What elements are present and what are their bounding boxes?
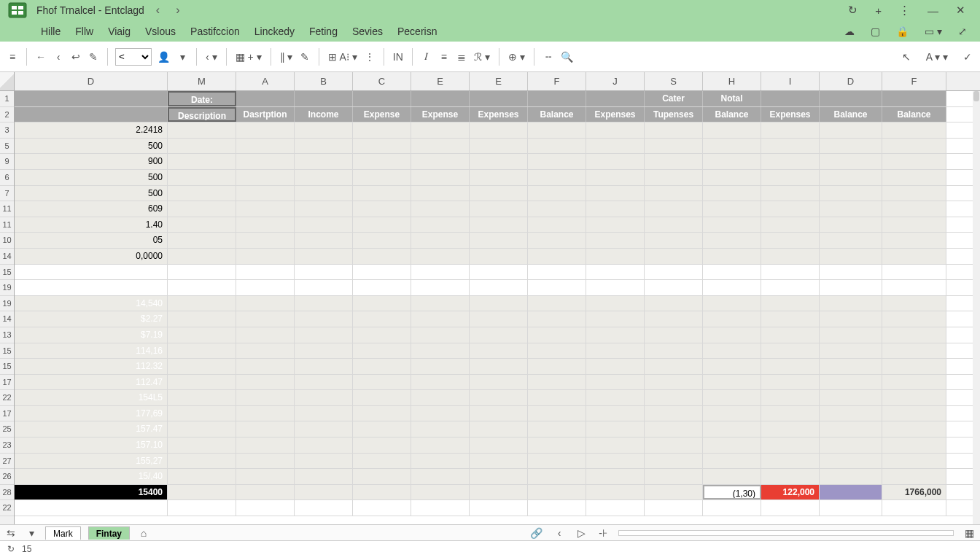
cell[interactable] bbox=[882, 500, 946, 516]
row-header[interactable]: 15 bbox=[0, 359, 14, 375]
cell[interactable] bbox=[882, 296, 946, 311]
cell[interactable]: 112.47 bbox=[15, 375, 168, 390]
cell[interactable] bbox=[470, 485, 528, 500]
cell[interactable] bbox=[353, 421, 411, 437]
cell[interactable] bbox=[411, 406, 470, 421]
cell[interactable] bbox=[820, 454, 882, 469]
cell[interactable] bbox=[411, 296, 470, 311]
cell[interactable] bbox=[761, 343, 820, 359]
edit-icon[interactable]: ✎ bbox=[298, 47, 311, 66]
link-icon[interactable]: 🔗 bbox=[529, 524, 544, 542]
dropdown-icon[interactable]: ▾ bbox=[176, 47, 189, 66]
row-header[interactable]: 3 bbox=[0, 122, 14, 139]
cell[interactable] bbox=[168, 343, 236, 359]
cell[interactable] bbox=[353, 201, 411, 217]
cell[interactable] bbox=[168, 421, 236, 437]
cell[interactable] bbox=[470, 233, 528, 248]
cell[interactable] bbox=[528, 406, 586, 421]
sheet-tab[interactable]: Mark bbox=[45, 526, 81, 540]
cell[interactable] bbox=[820, 233, 882, 248]
cell[interactable] bbox=[168, 454, 236, 469]
cell[interactable] bbox=[820, 438, 882, 453]
cell[interactable] bbox=[353, 186, 411, 201]
cell[interactable] bbox=[882, 406, 946, 421]
cell[interactable] bbox=[295, 406, 353, 421]
cell[interactable]: 1766,000 bbox=[882, 485, 946, 500]
cell[interactable] bbox=[820, 500, 882, 516]
cell[interactable] bbox=[761, 375, 820, 390]
cell[interactable] bbox=[882, 311, 946, 327]
cell[interactable]: 15/,40 bbox=[15, 469, 168, 484]
cell[interactable] bbox=[761, 500, 820, 516]
cell[interactable] bbox=[703, 469, 761, 484]
cell[interactable] bbox=[882, 233, 946, 248]
cell[interactable] bbox=[295, 170, 353, 185]
cell[interactable] bbox=[645, 249, 703, 264]
cell[interactable] bbox=[820, 390, 882, 405]
cell[interactable] bbox=[645, 421, 703, 437]
cell[interactable] bbox=[411, 359, 470, 374]
font-color-icon[interactable]: A ▾ ▾ bbox=[925, 47, 949, 66]
cell[interactable] bbox=[470, 406, 528, 421]
plus-icon[interactable]: + bbox=[875, 4, 882, 17]
cell[interactable] bbox=[295, 454, 353, 469]
cell[interactable] bbox=[411, 280, 470, 295]
cell[interactable] bbox=[295, 217, 353, 233]
cell[interactable]: $7.19 bbox=[15, 327, 168, 343]
cell[interactable] bbox=[236, 296, 295, 311]
cell[interactable] bbox=[820, 343, 882, 359]
cell[interactable] bbox=[236, 249, 295, 264]
cell[interactable]: 122,000 bbox=[761, 485, 820, 500]
cell[interactable] bbox=[411, 122, 470, 138]
cell[interactable] bbox=[353, 454, 411, 469]
cell[interactable] bbox=[236, 280, 295, 295]
cell[interactable] bbox=[586, 154, 645, 169]
cell[interactable]: 0,0000 bbox=[15, 249, 168, 264]
cell[interactable]: Tupenses bbox=[645, 107, 703, 122]
cell[interactable] bbox=[168, 375, 236, 390]
cell[interactable] bbox=[645, 359, 703, 374]
row-header[interactable]: 17 bbox=[0, 406, 14, 422]
cell[interactable]: Cater bbox=[645, 91, 703, 106]
cell[interactable] bbox=[882, 170, 946, 185]
cell[interactable] bbox=[168, 217, 236, 233]
cell[interactable] bbox=[353, 485, 411, 500]
cell[interactable] bbox=[645, 217, 703, 233]
cell[interactable] bbox=[353, 280, 411, 295]
cell[interactable] bbox=[295, 500, 353, 516]
cell[interactable]: 157.47 bbox=[15, 421, 168, 437]
prev-icon[interactable]: ‹ bbox=[553, 524, 566, 542]
cell[interactable] bbox=[295, 438, 353, 453]
cell[interactable] bbox=[882, 139, 946, 154]
cell[interactable] bbox=[882, 421, 946, 437]
cell[interactable] bbox=[645, 170, 703, 185]
cell[interactable] bbox=[470, 311, 528, 327]
cell[interactable] bbox=[703, 438, 761, 453]
cell[interactable] bbox=[470, 154, 528, 169]
menu-item[interactable]: Pastifccion bbox=[190, 26, 240, 37]
cell[interactable] bbox=[586, 469, 645, 484]
cell[interactable] bbox=[236, 311, 295, 327]
home-tab-icon[interactable]: ⌂ bbox=[137, 524, 150, 542]
cell[interactable] bbox=[645, 454, 703, 469]
row-header[interactable]: 15 bbox=[0, 265, 14, 281]
cell[interactable] bbox=[586, 296, 645, 311]
cell[interactable]: 15400 bbox=[15, 485, 168, 500]
menu-item[interactable]: Viaig bbox=[108, 26, 131, 37]
cell[interactable]: $2.27 bbox=[15, 311, 168, 327]
cell[interactable] bbox=[295, 359, 353, 374]
cell[interactable] bbox=[703, 139, 761, 154]
cell[interactable] bbox=[168, 265, 236, 280]
tab-menu-icon[interactable]: ⇆ bbox=[4, 524, 18, 542]
search-icon[interactable]: 🔍 bbox=[559, 47, 575, 66]
cell[interactable] bbox=[470, 343, 528, 359]
cell[interactable] bbox=[761, 280, 820, 295]
page-icon[interactable]: ▢ bbox=[871, 26, 880, 37]
undo-icon[interactable]: ‹ bbox=[52, 47, 65, 66]
cell[interactable] bbox=[295, 485, 353, 500]
cell[interactable] bbox=[820, 186, 882, 201]
cell[interactable] bbox=[470, 170, 528, 185]
cell[interactable] bbox=[411, 249, 470, 264]
cell[interactable] bbox=[353, 139, 411, 154]
cell[interactable] bbox=[882, 343, 946, 359]
